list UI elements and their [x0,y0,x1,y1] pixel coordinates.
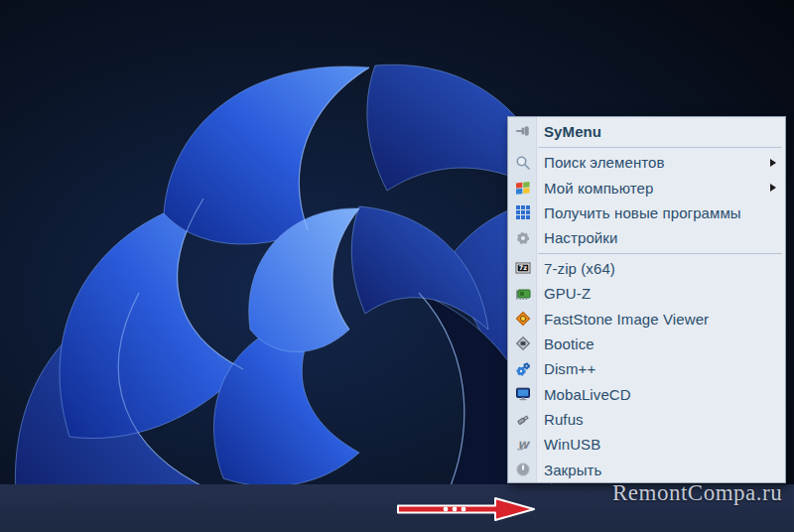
dism-icon [514,361,532,377]
menu-item-search-items[interactable]: Поиск элементов [508,150,785,175]
menu-item-mobalivecd[interactable]: MobaLiveCD [508,382,785,407]
menu-item-faststone-viewer[interactable]: FastStone Image Viewer [508,306,785,331]
symenu-context-menu: SyMenu Поиск элементов Мой компьютер Пол… [507,116,786,483]
menu-item-get-new-programs[interactable]: Получить новые программы [508,200,785,225]
power-icon [514,462,532,477]
gpu-icon [514,286,532,302]
desktop-screen: SyMenu Поиск элементов Мой компьютер Пол… [0,0,794,532]
menu-item-7zip[interactable]: 7z 7-zip (x64) [508,256,785,281]
menu-item-winusb[interactable]: W WinUSB [508,432,785,457]
winusb-icon: W [514,437,532,453]
watermark: RemontCompa.ru [612,480,782,506]
gear-icon [514,230,532,246]
search-icon [514,155,532,171]
menu-item-my-computer[interactable]: Мой компьютер [508,175,785,200]
menu-header: SyMenu [508,117,785,145]
pushpin-icon [514,123,532,139]
menu-item-settings[interactable]: Настройки [508,225,785,250]
menu-item-dism[interactable]: Dism++ [508,356,785,381]
submenu-arrow-icon [770,184,776,192]
menu-item-close[interactable]: Закрыть [508,458,785,482]
faststone-icon [514,311,532,327]
menu-item-bootice[interactable]: Bootice [508,332,785,356]
submenu-arrow-icon [770,159,776,167]
windows-icon [514,180,532,196]
svg-text:7z: 7z [519,264,528,272]
menu-separator [538,253,782,254]
menu-item-gpu-z[interactable]: GPU-Z [508,281,785,306]
moba-icon [514,386,532,402]
rufus-icon [514,412,532,428]
menu-separator [538,147,782,148]
menu-title: SyMenu [544,123,601,140]
menu-item-list: Поиск элементов Мой компьютер Получить н… [508,150,785,482]
red-callout-arrow [392,493,543,525]
bootice-icon [514,335,532,351]
menu-item-rufus[interactable]: Rufus [508,407,785,432]
apps-grid-icon [514,204,532,220]
sevenzip-icon: 7z [514,260,532,276]
